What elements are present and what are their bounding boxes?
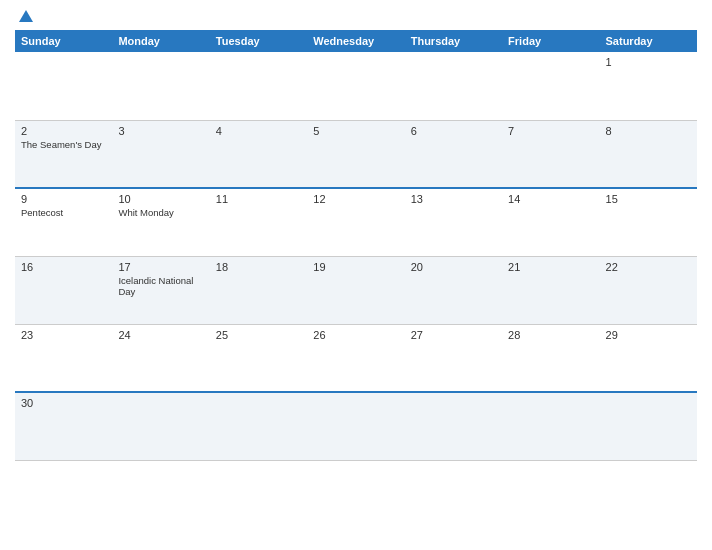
day-number: 29	[606, 329, 691, 341]
day-event: Pentecost	[21, 207, 106, 218]
week-row-5: 30	[15, 392, 697, 460]
day-cell	[15, 52, 112, 120]
day-number: 2	[21, 125, 106, 137]
day-number: 16	[21, 261, 106, 273]
day-event: Icelandic National Day	[118, 275, 203, 297]
day-cell: 5	[307, 120, 404, 188]
day-cell: 24	[112, 324, 209, 392]
day-cell: 6	[405, 120, 502, 188]
day-number: 12	[313, 193, 398, 205]
day-cell: 20	[405, 256, 502, 324]
day-number: 22	[606, 261, 691, 273]
calendar-table: SundayMondayTuesdayWednesdayThursdayFrid…	[15, 30, 697, 461]
day-number: 14	[508, 193, 593, 205]
week-row-1: 2The Seamen's Day345678	[15, 120, 697, 188]
calendar-page: SundayMondayTuesdayWednesdayThursdayFrid…	[0, 0, 712, 550]
day-cell	[307, 392, 404, 460]
day-number: 6	[411, 125, 496, 137]
day-cell: 13	[405, 188, 502, 256]
day-cell: 17Icelandic National Day	[112, 256, 209, 324]
header	[15, 10, 697, 22]
day-number: 8	[606, 125, 691, 137]
day-cell: 7	[502, 120, 599, 188]
day-cell	[405, 392, 502, 460]
day-cell: 12	[307, 188, 404, 256]
day-number: 24	[118, 329, 203, 341]
day-cell: 9Pentecost	[15, 188, 112, 256]
day-cell: 8	[600, 120, 697, 188]
weekday-wednesday: Wednesday	[307, 30, 404, 52]
day-cell: 22	[600, 256, 697, 324]
day-number: 17	[118, 261, 203, 273]
day-number: 3	[118, 125, 203, 137]
day-cell: 11	[210, 188, 307, 256]
week-row-2: 9Pentecost10Whit Monday1112131415	[15, 188, 697, 256]
day-cell	[112, 52, 209, 120]
day-number: 19	[313, 261, 398, 273]
day-cell: 18	[210, 256, 307, 324]
day-number: 9	[21, 193, 106, 205]
day-cell: 23	[15, 324, 112, 392]
day-cell	[405, 52, 502, 120]
weekday-friday: Friday	[502, 30, 599, 52]
day-number: 21	[508, 261, 593, 273]
day-cell: 1	[600, 52, 697, 120]
day-number: 1	[606, 56, 691, 68]
logo-triangle-icon	[19, 10, 33, 22]
week-row-0: 1	[15, 52, 697, 120]
week-row-4: 23242526272829	[15, 324, 697, 392]
day-number: 13	[411, 193, 496, 205]
week-row-3: 1617Icelandic National Day1819202122	[15, 256, 697, 324]
day-number: 7	[508, 125, 593, 137]
weekday-saturday: Saturday	[600, 30, 697, 52]
day-cell: 19	[307, 256, 404, 324]
day-number: 15	[606, 193, 691, 205]
day-cell	[112, 392, 209, 460]
day-cell: 2The Seamen's Day	[15, 120, 112, 188]
logo-blue-text	[15, 10, 33, 22]
weekday-header-row: SundayMondayTuesdayWednesdayThursdayFrid…	[15, 30, 697, 52]
day-cell	[307, 52, 404, 120]
day-number: 27	[411, 329, 496, 341]
weekday-tuesday: Tuesday	[210, 30, 307, 52]
day-cell: 14	[502, 188, 599, 256]
day-event: Whit Monday	[118, 207, 203, 218]
day-cell: 16	[15, 256, 112, 324]
day-cell	[210, 52, 307, 120]
day-cell: 30	[15, 392, 112, 460]
day-number: 26	[313, 329, 398, 341]
day-cell: 28	[502, 324, 599, 392]
day-event: The Seamen's Day	[21, 139, 106, 150]
day-number: 28	[508, 329, 593, 341]
day-number: 25	[216, 329, 301, 341]
day-cell	[600, 392, 697, 460]
day-cell: 29	[600, 324, 697, 392]
day-number: 10	[118, 193, 203, 205]
day-number: 30	[21, 397, 106, 409]
day-cell: 10Whit Monday	[112, 188, 209, 256]
day-cell: 15	[600, 188, 697, 256]
weekday-thursday: Thursday	[405, 30, 502, 52]
day-cell: 4	[210, 120, 307, 188]
day-cell	[502, 52, 599, 120]
day-cell: 27	[405, 324, 502, 392]
day-cell: 25	[210, 324, 307, 392]
day-number: 18	[216, 261, 301, 273]
day-cell: 3	[112, 120, 209, 188]
day-cell: 21	[502, 256, 599, 324]
day-cell: 26	[307, 324, 404, 392]
day-cell	[210, 392, 307, 460]
weekday-monday: Monday	[112, 30, 209, 52]
day-number: 23	[21, 329, 106, 341]
day-number: 11	[216, 193, 301, 205]
logo	[15, 10, 33, 22]
day-number: 4	[216, 125, 301, 137]
day-number: 5	[313, 125, 398, 137]
day-cell	[502, 392, 599, 460]
day-number: 20	[411, 261, 496, 273]
weekday-sunday: Sunday	[15, 30, 112, 52]
